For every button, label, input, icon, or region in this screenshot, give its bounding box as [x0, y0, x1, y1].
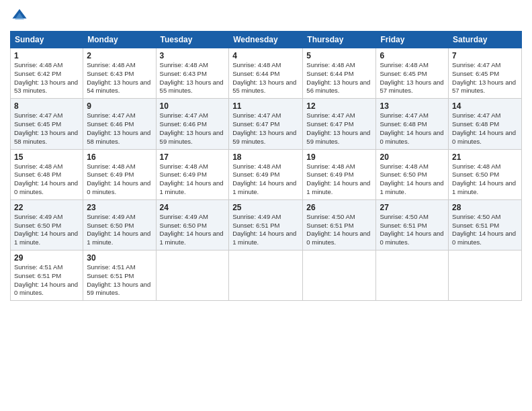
- day-info: Sunrise: 4:51 AMSunset: 6:51 PMDaylight:…: [14, 263, 79, 298]
- day-info: Sunrise: 4:48 AMSunset: 6:49 PMDaylight:…: [306, 163, 372, 197]
- day-number: 12: [306, 101, 372, 111]
- weekday-header: Wednesday: [229, 32, 303, 48]
- day-number: 16: [87, 152, 152, 162]
- calendar-week-row: 29Sunrise: 4:51 AMSunset: 6:51 PMDayligh…: [11, 250, 522, 301]
- day-info: Sunrise: 4:50 AMSunset: 6:51 PMDaylight:…: [306, 213, 372, 247]
- calendar-week-row: 15Sunrise: 4:48 AMSunset: 6:48 PMDayligh…: [11, 149, 522, 199]
- logo-icon: [10, 7, 29, 26]
- day-number: 7: [452, 51, 518, 60]
- calendar-day-cell: 22Sunrise: 4:49 AMSunset: 6:50 PMDayligh…: [11, 199, 83, 250]
- day-number: 10: [160, 101, 226, 111]
- day-number: 25: [232, 203, 299, 212]
- weekday-header: Tuesday: [156, 32, 229, 48]
- calendar-day-cell: [376, 250, 449, 301]
- calendar-day-cell: [449, 250, 522, 301]
- calendar-day-cell: 12Sunrise: 4:47 AMSunset: 6:47 PMDayligh…: [303, 99, 376, 149]
- calendar-day-cell: [229, 250, 303, 301]
- day-info: Sunrise: 4:48 AMSunset: 6:49 PMDaylight:…: [232, 163, 299, 197]
- day-number: 17: [160, 152, 226, 162]
- day-info: Sunrise: 4:48 AMSunset: 6:50 PMDaylight:…: [380, 163, 445, 197]
- day-number: 29: [14, 253, 79, 263]
- day-info: Sunrise: 4:47 AMSunset: 6:45 PMDaylight:…: [14, 111, 79, 146]
- day-info: Sunrise: 4:51 AMSunset: 6:51 PMDaylight:…: [87, 263, 152, 298]
- day-info: Sunrise: 4:48 AMSunset: 6:44 PMDaylight:…: [232, 61, 299, 95]
- calendar-day-cell: 13Sunrise: 4:47 AMSunset: 6:48 PMDayligh…: [376, 99, 449, 149]
- calendar-day-cell: 1Sunrise: 4:48 AMSunset: 6:42 PMDaylight…: [11, 48, 83, 99]
- calendar-day-cell: 14Sunrise: 4:47 AMSunset: 6:48 PMDayligh…: [449, 99, 522, 149]
- calendar-header: SundayMondayTuesdayWednesdayThursdayFrid…: [11, 32, 522, 48]
- calendar-day-cell: 16Sunrise: 4:48 AMSunset: 6:49 PMDayligh…: [83, 149, 156, 199]
- logo: [10, 7, 32, 26]
- day-number: 6: [380, 51, 445, 60]
- day-info: Sunrise: 4:47 AMSunset: 6:45 PMDaylight:…: [452, 61, 518, 95]
- weekday-header: Thursday: [303, 32, 376, 48]
- calendar-day-cell: 28Sunrise: 4:50 AMSunset: 6:51 PMDayligh…: [449, 199, 522, 250]
- calendar-day-cell: 10Sunrise: 4:47 AMSunset: 6:46 PMDayligh…: [156, 99, 229, 149]
- weekday-header: Sunday: [11, 32, 83, 48]
- day-number: 19: [306, 152, 372, 162]
- calendar-day-cell: 15Sunrise: 4:48 AMSunset: 6:48 PMDayligh…: [11, 149, 83, 199]
- calendar-day-cell: 21Sunrise: 4:48 AMSunset: 6:50 PMDayligh…: [449, 149, 522, 199]
- day-info: Sunrise: 4:47 AMSunset: 6:46 PMDaylight:…: [160, 111, 226, 146]
- day-info: Sunrise: 4:47 AMSunset: 6:48 PMDaylight:…: [380, 111, 445, 146]
- day-info: Sunrise: 4:48 AMSunset: 6:43 PMDaylight:…: [160, 61, 226, 95]
- calendar-day-cell: 24Sunrise: 4:49 AMSunset: 6:50 PMDayligh…: [156, 199, 229, 250]
- day-number: 2: [87, 51, 152, 60]
- day-number: 22: [14, 203, 79, 212]
- day-info: Sunrise: 4:49 AMSunset: 6:50 PMDaylight:…: [87, 213, 152, 247]
- calendar-day-cell: 19Sunrise: 4:48 AMSunset: 6:49 PMDayligh…: [303, 149, 376, 199]
- day-number: 14: [452, 101, 518, 111]
- calendar-day-cell: 27Sunrise: 4:50 AMSunset: 6:51 PMDayligh…: [376, 199, 449, 250]
- day-number: 28: [452, 203, 518, 212]
- calendar-day-cell: 29Sunrise: 4:51 AMSunset: 6:51 PMDayligh…: [11, 250, 83, 301]
- day-info: Sunrise: 4:50 AMSunset: 6:51 PMDaylight:…: [452, 213, 518, 247]
- weekday-header: Monday: [83, 32, 156, 48]
- calendar-day-cell: 5Sunrise: 4:48 AMSunset: 6:44 PMDaylight…: [303, 48, 376, 99]
- calendar-day-cell: [156, 250, 229, 301]
- calendar-day-cell: 18Sunrise: 4:48 AMSunset: 6:49 PMDayligh…: [229, 149, 303, 199]
- calendar-day-cell: [303, 250, 376, 301]
- calendar-day-cell: 7Sunrise: 4:47 AMSunset: 6:45 PMDaylight…: [449, 48, 522, 99]
- day-number: 21: [452, 152, 518, 162]
- weekday-header: Friday: [376, 32, 449, 48]
- calendar-day-cell: 4Sunrise: 4:48 AMSunset: 6:44 PMDaylight…: [229, 48, 303, 99]
- calendar-week-row: 1Sunrise: 4:48 AMSunset: 6:42 PMDaylight…: [11, 48, 522, 99]
- day-info: Sunrise: 4:49 AMSunset: 6:50 PMDaylight:…: [14, 213, 79, 247]
- calendar-table: SundayMondayTuesdayWednesdayThursdayFrid…: [10, 31, 522, 301]
- day-number: 13: [380, 101, 445, 111]
- day-info: Sunrise: 4:48 AMSunset: 6:50 PMDaylight:…: [452, 163, 518, 197]
- calendar-day-cell: 20Sunrise: 4:48 AMSunset: 6:50 PMDayligh…: [376, 149, 449, 199]
- calendar-day-cell: 8Sunrise: 4:47 AMSunset: 6:45 PMDaylight…: [11, 99, 83, 149]
- calendar-day-cell: 3Sunrise: 4:48 AMSunset: 6:43 PMDaylight…: [156, 48, 229, 99]
- day-number: 27: [380, 203, 445, 212]
- day-info: Sunrise: 4:47 AMSunset: 6:47 PMDaylight:…: [306, 111, 372, 146]
- day-number: 23: [87, 203, 152, 212]
- calendar-day-cell: 9Sunrise: 4:47 AMSunset: 6:46 PMDaylight…: [83, 99, 156, 149]
- day-info: Sunrise: 4:48 AMSunset: 6:44 PMDaylight:…: [306, 61, 372, 95]
- weekday-header: Saturday: [449, 32, 522, 48]
- day-info: Sunrise: 4:49 AMSunset: 6:50 PMDaylight:…: [160, 213, 226, 247]
- day-info: Sunrise: 4:47 AMSunset: 6:48 PMDaylight:…: [452, 111, 518, 146]
- day-info: Sunrise: 4:48 AMSunset: 6:45 PMDaylight:…: [380, 61, 445, 95]
- day-number: 4: [232, 51, 299, 60]
- weekday-row: SundayMondayTuesdayWednesdayThursdayFrid…: [11, 32, 522, 48]
- day-info: Sunrise: 4:50 AMSunset: 6:51 PMDaylight:…: [380, 213, 445, 247]
- day-info: Sunrise: 4:48 AMSunset: 6:49 PMDaylight:…: [87, 163, 152, 197]
- day-number: 26: [306, 203, 372, 212]
- day-info: Sunrise: 4:49 AMSunset: 6:51 PMDaylight:…: [232, 213, 299, 247]
- day-number: 18: [232, 152, 299, 162]
- calendar-day-cell: 11Sunrise: 4:47 AMSunset: 6:47 PMDayligh…: [229, 99, 303, 149]
- calendar-page: SundayMondayTuesdayWednesdayThursdayFrid…: [0, 0, 532, 411]
- calendar-week-row: 8Sunrise: 4:47 AMSunset: 6:45 PMDaylight…: [11, 99, 522, 149]
- calendar-day-cell: 17Sunrise: 4:48 AMSunset: 6:49 PMDayligh…: [156, 149, 229, 199]
- day-info: Sunrise: 4:47 AMSunset: 6:47 PMDaylight:…: [232, 111, 299, 146]
- day-number: 3: [160, 51, 226, 60]
- day-info: Sunrise: 4:48 AMSunset: 6:42 PMDaylight:…: [14, 61, 79, 95]
- calendar-day-cell: 25Sunrise: 4:49 AMSunset: 6:51 PMDayligh…: [229, 199, 303, 250]
- calendar-day-cell: 6Sunrise: 4:48 AMSunset: 6:45 PMDaylight…: [376, 48, 449, 99]
- calendar-body: 1Sunrise: 4:48 AMSunset: 6:42 PMDaylight…: [11, 48, 522, 301]
- day-info: Sunrise: 4:48 AMSunset: 6:48 PMDaylight:…: [14, 163, 79, 197]
- calendar-day-cell: 23Sunrise: 4:49 AMSunset: 6:50 PMDayligh…: [83, 199, 156, 250]
- day-number: 1: [14, 51, 79, 60]
- calendar-week-row: 22Sunrise: 4:49 AMSunset: 6:50 PMDayligh…: [11, 199, 522, 250]
